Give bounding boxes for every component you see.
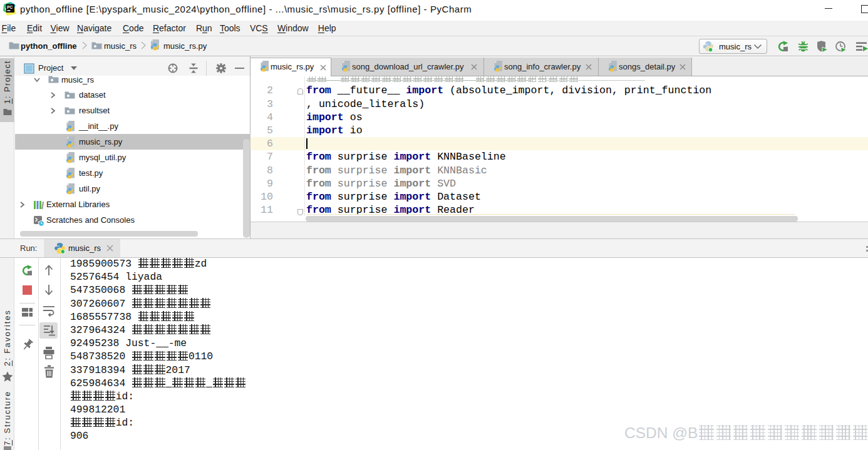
svg-text:PC: PC	[7, 5, 13, 9]
